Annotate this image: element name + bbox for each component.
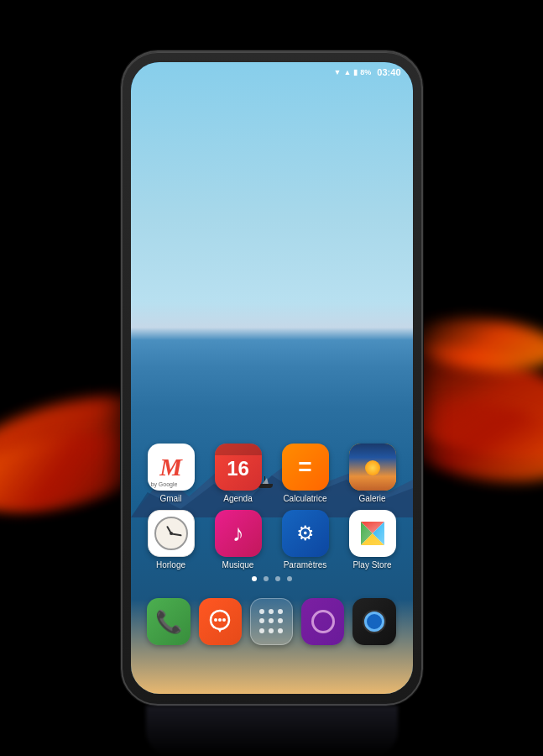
musique-label: Musique [222, 560, 254, 570]
svg-marker-10 [217, 628, 222, 633]
battery-percent: 8% [360, 68, 371, 76]
app-item-musique[interactable]: ♪ Musique [209, 510, 268, 570]
dock-messages[interactable] [199, 598, 242, 645]
time-display: 03:40 [377, 67, 400, 77]
calc-icon: = [282, 444, 329, 491]
gmail-label: Gmail [159, 494, 181, 503]
calc-label: Calculatrice [283, 494, 326, 503]
phone-reflection [146, 706, 398, 756]
dot-3 [275, 576, 280, 581]
dock-apps[interactable] [250, 598, 293, 645]
dock-camera[interactable] [352, 598, 395, 645]
app-row-1: M by Google Gmail 16 Agenda [139, 444, 405, 503]
playstore-svg [358, 518, 388, 549]
app-item-calculatrice[interactable]: = Calculatrice [276, 444, 335, 503]
app-item-playstore[interactable]: Play Store [343, 510, 402, 570]
wifi-icon: ▼ [334, 68, 342, 76]
app-item-galerie[interactable]: Galerie [343, 444, 402, 503]
status-icons: ▼ ▲ ▮ 8% 03:40 [334, 67, 401, 77]
params-icon: ⚙ [282, 510, 329, 557]
dock: 📞 [139, 591, 405, 652]
galerie-icon [349, 444, 396, 491]
app-area: M by Google Gmail 16 Agenda [131, 444, 413, 652]
phone-wrapper: ▼ ▲ ▮ 8% 03:40 M by Google [121, 50, 423, 706]
params-label: Paramètres [284, 560, 327, 570]
page-dots [139, 576, 405, 581]
app-item-gmail[interactable]: M by Google Gmail [142, 444, 201, 503]
gmail-icon: M by Google [148, 444, 195, 491]
playstore-label: Play Store [352, 560, 391, 570]
svg-point-7 [214, 618, 217, 622]
agenda-date: 16 [227, 457, 249, 480]
signal-icon: ▲ [343, 68, 351, 76]
phone-frame: ▼ ▲ ▮ 8% 03:40 M by Google [121, 50, 423, 706]
dock-viber[interactable] [301, 598, 344, 645]
app-item-horloge[interactable]: Horloge [142, 510, 201, 570]
svg-point-9 [222, 618, 226, 622]
playstore-icon [349, 510, 396, 557]
dot-1 [252, 576, 257, 581]
horloge-label: Horloge [156, 560, 185, 570]
app-item-parametres[interactable]: ⚙ Paramètres [276, 510, 335, 570]
svg-point-8 [218, 618, 222, 622]
agenda-label: Agenda [223, 494, 252, 503]
status-bar: ▼ ▲ ▮ 8% 03:40 [131, 62, 413, 82]
battery-icon: ▮ [353, 68, 358, 76]
phone-screen: ▼ ▲ ▮ 8% 03:40 M by Google [131, 62, 413, 694]
musique-icon: ♪ [215, 510, 262, 557]
dock-phone[interactable]: 📞 [147, 598, 190, 645]
agenda-icon: 16 [215, 444, 262, 491]
app-row-2: Horloge ♪ Musique ⚙ Paramètr [139, 510, 405, 570]
app-item-agenda[interactable]: 16 Agenda [209, 444, 268, 503]
horloge-icon [148, 510, 195, 557]
galerie-label: Galerie [358, 494, 385, 503]
dot-2 [264, 576, 269, 581]
dot-4 [287, 576, 292, 581]
